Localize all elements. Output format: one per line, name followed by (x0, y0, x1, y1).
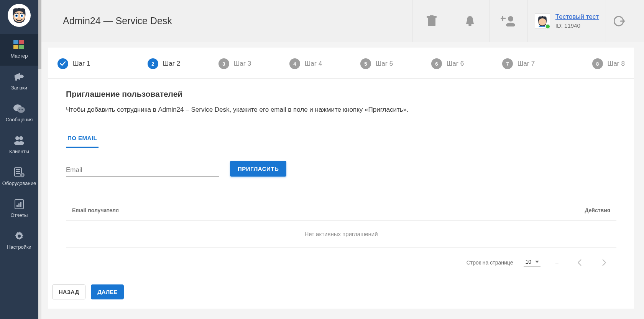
sidebar-item-clients[interactable]: Клиенты (0, 129, 38, 161)
tab-by-email[interactable]: ПО EMAIL (66, 130, 99, 148)
table-empty: Нет активных приглашений (66, 221, 616, 248)
notifications-button[interactable] (451, 0, 489, 42)
step-circle: 8 (592, 58, 603, 69)
step-4[interactable]: 4Шаг 4 (270, 58, 341, 69)
sidebar-item-label: Сообщения (6, 117, 33, 122)
user-avatar-icon (535, 13, 550, 29)
invite-button[interactable]: ПРИГЛАСИТЬ (230, 161, 286, 177)
svg-point-15 (19, 109, 20, 111)
svg-rect-29 (18, 203, 20, 207)
svg-rect-41 (539, 26, 546, 27)
sidebar-item-settings[interactable]: Настройки (0, 225, 38, 257)
step-label: Шаг 6 (447, 60, 464, 68)
col-email: Email получателя (72, 207, 119, 213)
avatar[interactable] (8, 4, 31, 27)
step-circle: 3 (219, 58, 229, 69)
gear-icon (13, 230, 26, 242)
svg-rect-28 (16, 205, 18, 207)
step-circle: 6 (431, 58, 442, 69)
sidebar-item-label: Оборудование (2, 180, 36, 186)
panel: Приглашение пользователей Чтобы добавить… (48, 79, 634, 277)
table-footer: Строк на странице 10 – (66, 248, 616, 273)
logout-icon (614, 15, 625, 27)
user-menu[interactable]: Тестовый тест ID: 11940 (527, 0, 606, 42)
svg-point-36 (508, 16, 513, 21)
step-circle: 4 (289, 58, 300, 69)
sidebar-item-label: Клиенты (9, 149, 29, 154)
svg-point-18 (15, 136, 19, 140)
svg-rect-30 (20, 202, 21, 207)
sidebar-item-label: Настройки (7, 244, 31, 250)
sidebar-item-master[interactable]: Мастер (0, 34, 38, 66)
master-icon (13, 39, 26, 51)
wizard-nav: НАЗАД ДАЛЕЕ (48, 277, 634, 305)
add-user-icon (501, 16, 516, 26)
svg-rect-34 (430, 15, 434, 17)
step-3[interactable]: 3Шаг 3 (199, 58, 270, 69)
svg-point-4 (16, 15, 17, 17)
next-button[interactable]: ДАЛЕЕ (91, 284, 124, 299)
back-button[interactable]: НАЗАД (52, 284, 85, 299)
step-2[interactable]: 2Шаг 2 (128, 58, 199, 69)
svg-point-21 (18, 141, 24, 145)
trash-button[interactable] (412, 0, 451, 42)
step-label: Шаг 1 (73, 60, 90, 68)
step-circle: 5 (360, 58, 371, 69)
step-label: Шаг 5 (376, 60, 393, 68)
step-label: Шаг 7 (518, 60, 535, 68)
add-user-button[interactable] (489, 0, 527, 42)
step-circle: 7 (502, 58, 513, 69)
svg-rect-8 (13, 40, 18, 44)
svg-point-35 (468, 24, 472, 26)
sidebar-item-equipment[interactable]: Оборудование (0, 161, 38, 193)
step-6[interactable]: 6Шаг 6 (412, 58, 483, 69)
svg-point-7 (21, 15, 23, 17)
chevron-left-icon (578, 259, 582, 266)
sidebar-scrollbar[interactable] (38, 0, 41, 319)
prev-page-button[interactable] (573, 256, 586, 269)
step-label: Шаг 3 (234, 60, 251, 68)
sidebar-item-messages[interactable]: Сообщения (0, 98, 38, 129)
clients-icon (13, 135, 26, 146)
step-1[interactable]: Шаг 1 (58, 58, 128, 69)
avatar-icon (10, 6, 28, 25)
svg-point-31 (18, 235, 21, 238)
sidebar-item-requests[interactable]: Заявки (0, 66, 38, 98)
rows-per-page-select[interactable]: 10 (524, 258, 540, 267)
svg-rect-10 (13, 45, 18, 49)
step-7[interactable]: 7Шаг 7 (483, 58, 554, 69)
step-label: Шаг 2 (163, 60, 180, 68)
stepper: Шаг 12Шаг 23Шаг 34Шаг 45Шаг 56Шаг 67Шаг … (48, 48, 634, 79)
svg-point-16 (21, 109, 22, 111)
main: Admin24 — Service Desk Тестовый тест (41, 0, 644, 319)
next-page-button[interactable] (597, 256, 610, 269)
svg-point-40 (539, 18, 546, 25)
page-title: Admin24 — Service Desk (63, 15, 412, 26)
chevron-right-icon (602, 259, 606, 266)
step-5[interactable]: 5Шаг 5 (341, 58, 412, 69)
step-8[interactable]: 8Шаг 8 (554, 58, 625, 69)
svg-rect-12 (15, 78, 17, 81)
reports-icon (13, 198, 26, 210)
svg-point-17 (22, 109, 23, 111)
sidebar-item-label: Мастер (11, 53, 28, 59)
col-actions: Действия (585, 207, 610, 213)
topbar: Admin24 — Service Desk Тестовый тест (41, 0, 644, 42)
rows-value: 10 (525, 259, 531, 265)
page-range: – (551, 259, 563, 266)
sidebar-item-reports[interactable]: Отчеты (0, 193, 38, 225)
rows-per-page-label: Строк на странице (467, 259, 513, 266)
content: Шаг 12Шаг 23Шаг 34Шаг 45Шаг 56Шаг 67Шаг … (41, 42, 644, 319)
equipment-icon (13, 167, 26, 178)
step-circle: 2 (148, 58, 158, 69)
bell-icon (465, 15, 475, 27)
user-name-link[interactable]: Тестовый тест (555, 12, 599, 21)
svg-point-37 (506, 23, 515, 26)
chevron-down-icon (535, 261, 539, 263)
email-input[interactable] (66, 164, 219, 177)
step-label: Шаг 4 (305, 60, 322, 68)
sidebar-item-label: Заявки (11, 85, 27, 91)
logout-button[interactable] (606, 0, 632, 42)
tab-row: ПО EMAIL (66, 130, 616, 148)
chat-icon (13, 103, 26, 114)
